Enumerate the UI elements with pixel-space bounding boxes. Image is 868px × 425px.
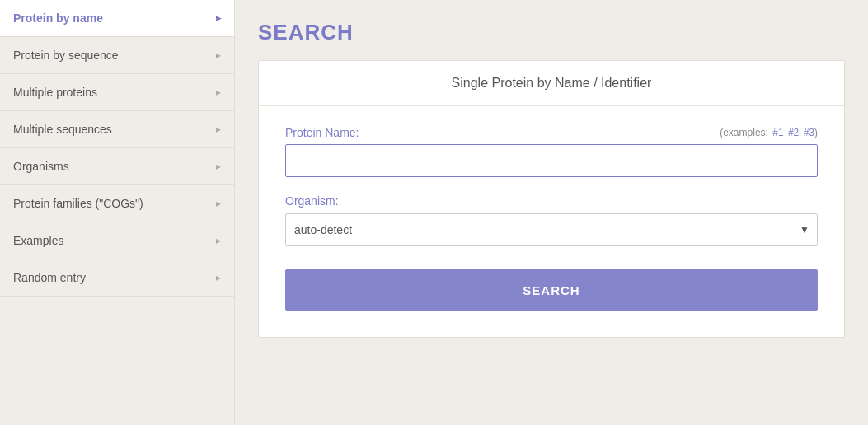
organism-group: Organism: auto-detect ▼ [285, 194, 818, 246]
sidebar-item-label: Protein by name [13, 12, 103, 25]
sidebar-item-label: Organisms [13, 160, 69, 173]
sidebar-item-organisms[interactable]: Organisms ▸ [0, 148, 234, 185]
page-title: SEARCH [258, 20, 845, 45]
sidebar-item-examples[interactable]: Examples ▸ [0, 222, 234, 259]
example-link-3[interactable]: #3 [804, 127, 814, 138]
organism-label: Organism: [285, 194, 339, 208]
organism-select-wrapper: auto-detect ▼ [285, 213, 818, 246]
sidebar-item-multiple-sequences[interactable]: Multiple sequences ▸ [0, 111, 234, 148]
sidebar-item-label: Multiple sequences [13, 123, 112, 136]
protein-name-label-row: Protein Name: (examples: #1 #2 #3) [285, 126, 818, 139]
card-header: Single Protein by Name / Identifier [259, 61, 844, 106]
chevron-right-icon: ▸ [216, 161, 221, 172]
chevron-right-icon: ▸ [216, 272, 221, 283]
chevron-right-icon: ▸ [216, 12, 221, 24]
chevron-right-icon: ▸ [216, 124, 221, 135]
sidebar: Protein by name ▸ Protein by sequence ▸ … [0, 0, 235, 425]
sidebar-item-label: Random entry [13, 271, 86, 284]
organism-select[interactable]: auto-detect [285, 213, 818, 246]
chevron-right-icon: ▸ [216, 198, 221, 209]
sidebar-item-multiple-proteins[interactable]: Multiple proteins ▸ [0, 74, 234, 111]
sidebar-item-random-entry[interactable]: Random entry ▸ [0, 259, 234, 297]
sidebar-item-protein-by-name[interactable]: Protein by name ▸ [0, 0, 234, 37]
example-link-2[interactable]: #2 [788, 127, 799, 138]
sidebar-item-protein-families[interactable]: Protein families ("COGs") ▸ [0, 185, 234, 222]
sidebar-item-label: Protein families ("COGs") [13, 197, 143, 210]
sidebar-item-protein-by-sequence[interactable]: Protein by sequence ▸ [0, 37, 234, 74]
protein-name-input[interactable] [285, 144, 818, 177]
chevron-right-icon: ▸ [216, 235, 221, 246]
chevron-right-icon: ▸ [216, 49, 221, 61]
card-body: Protein Name: (examples: #1 #2 #3) Organ… [259, 106, 844, 337]
search-card: Single Protein by Name / Identifier Prot… [258, 60, 845, 338]
search-button[interactable]: SEARCH [285, 269, 818, 311]
protein-name-label: Protein Name: [285, 126, 359, 139]
examples-text: (examples: #1 #2 #3) [720, 127, 818, 138]
sidebar-item-label: Multiple proteins [13, 86, 97, 99]
main-content: SEARCH Single Protein by Name / Identifi… [235, 0, 868, 425]
chevron-right-icon: ▸ [216, 86, 221, 98]
sidebar-item-label: Examples [13, 234, 63, 247]
sidebar-item-label: Protein by sequence [13, 49, 119, 62]
protein-name-group: Protein Name: (examples: #1 #2 #3) [285, 126, 818, 177]
example-link-1[interactable]: #1 [772, 127, 783, 138]
